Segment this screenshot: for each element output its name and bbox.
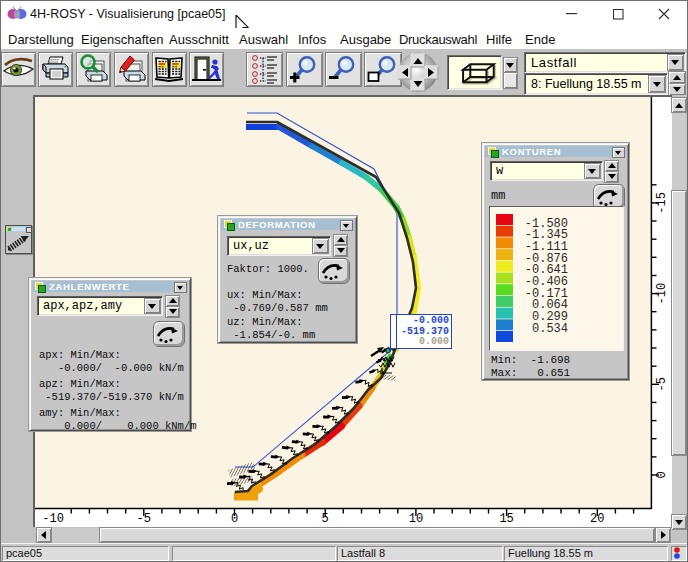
svg-text:-10: -10 — [655, 283, 669, 305]
svg-text:-10: -10 — [42, 512, 64, 526]
svg-text:15: 15 — [499, 512, 513, 526]
svg-text:0: 0 — [655, 471, 669, 478]
svg-text:-5: -5 — [137, 512, 151, 526]
svg-text:10: 10 — [409, 512, 423, 526]
svg-text:-15: -15 — [655, 192, 669, 214]
svg-text:-5: -5 — [655, 377, 669, 391]
svg-text:0.534: 0.534 — [532, 322, 568, 336]
svg-text:0: 0 — [231, 512, 238, 526]
svg-text:5: 5 — [322, 512, 329, 526]
svg-text:20: 20 — [590, 512, 604, 526]
